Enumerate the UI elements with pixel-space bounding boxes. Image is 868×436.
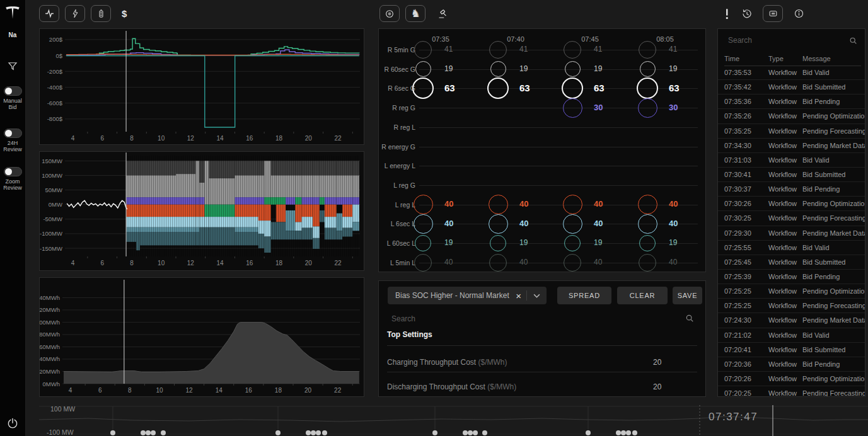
bid-circle-l-5min-l[interactable] xyxy=(414,254,432,272)
bid-circle-l-6sec-l[interactable] xyxy=(563,214,582,234)
bid-circle-l-6sec-l[interactable] xyxy=(489,214,508,234)
svg-text:-200$: -200$ xyxy=(47,68,63,75)
bid-circle-l-5min-l[interactable] xyxy=(639,254,656,272)
bid-circle-l-60sec-l[interactable] xyxy=(564,235,581,251)
bid-circle-l-60sec-l[interactable] xyxy=(490,235,506,251)
bid-circle-r-60sec-g[interactable] xyxy=(640,61,656,77)
tesla-logo-icon[interactable] xyxy=(0,4,25,20)
bid-circle-r-5min-g[interactable] xyxy=(414,41,432,59)
power-icon[interactable] xyxy=(0,417,25,430)
bid-circle-r-reg-g[interactable] xyxy=(563,98,582,118)
log-row[interactable]: 07:34:30WorkflowPending Market Data xyxy=(718,139,865,153)
clear-button[interactable]: CLEAR xyxy=(617,287,668,304)
bid-value: 41 xyxy=(594,45,622,54)
bid-circle-l-reg-l[interactable] xyxy=(563,195,582,214)
log-row[interactable]: 07:30:26WorkflowPending Optimization xyxy=(718,197,865,211)
strategy-button[interactable]: ♞ xyxy=(405,5,425,22)
bid-circle-l-60sec-l[interactable] xyxy=(415,235,431,251)
bid-value: 19 xyxy=(669,238,697,247)
bid-circle-r-5min-g[interactable] xyxy=(639,41,656,59)
log-row[interactable]: 07:30:37WorkflowBid Pending xyxy=(718,182,865,197)
log-row[interactable]: 07:30:25WorkflowPending Forecasting xyxy=(718,211,865,226)
setting-value[interactable]: 20 xyxy=(653,382,661,391)
log-row[interactable]: 07:20:41WorkflowBid Submitted xyxy=(718,343,865,357)
log-cell: Workflow xyxy=(768,200,802,207)
svg-text:-800$: -800$ xyxy=(47,115,63,122)
chevron-down-icon[interactable] xyxy=(527,294,547,298)
history-icon[interactable] xyxy=(740,6,754,21)
log-row[interactable]: 07:29:30WorkflowPending Market Data xyxy=(718,226,865,241)
bid-circle-r-5min-g[interactable] xyxy=(564,41,581,59)
info-icon[interactable] xyxy=(792,6,806,21)
svg-text:10: 10 xyxy=(158,135,165,142)
log-row[interactable]: 07:25:45WorkflowBid Submitted xyxy=(718,255,865,270)
log-row[interactable]: 07:35:36WorkflowBid Pending xyxy=(718,95,865,109)
setting-row[interactable]: Discharging Throughput Cost ($/MWh) 20 xyxy=(387,378,697,396)
log-row[interactable]: 07:30:41WorkflowBid Submitted xyxy=(718,168,865,182)
event-dot xyxy=(151,430,156,435)
dollar-icon[interactable]: $ xyxy=(122,8,127,19)
zoom-review-toggle[interactable] xyxy=(4,167,22,176)
save-button[interactable]: SAVE xyxy=(673,287,702,304)
svg-text:20: 20 xyxy=(304,387,312,394)
log-row[interactable]: 07:35:53WorkflowBid Valid xyxy=(718,66,865,80)
setting-row[interactable]: Charging Throughput Cost ($/MWh) 20 xyxy=(387,353,697,371)
log-row[interactable]: 07:25:25WorkflowPending Optimization xyxy=(718,284,865,299)
bid-circle-l-5min-l[interactable] xyxy=(564,254,581,272)
bid-circle-l-reg-l[interactable] xyxy=(638,195,657,214)
filter-icon[interactable] xyxy=(0,60,25,72)
battery-button[interactable] xyxy=(91,5,111,22)
bid-circle-r-reg-g[interactable] xyxy=(638,98,657,118)
svg-text:-150MW: -150MW xyxy=(40,245,62,252)
gavel-icon[interactable] xyxy=(436,6,450,21)
bid-circle-l-6sec-l[interactable] xyxy=(414,214,433,234)
bid-circle-r-60sec-g[interactable] xyxy=(490,61,506,77)
record-button[interactable] xyxy=(379,5,400,22)
bid-circle-l-60sec-l[interactable] xyxy=(639,235,656,251)
log-row[interactable]: 07:25:39WorkflowBid Pending xyxy=(718,270,865,284)
bid-circle-l-reg-l[interactable] xyxy=(489,195,508,214)
log-row[interactable]: 07:21:02WorkflowBid Valid xyxy=(718,328,865,343)
preset-select[interactable]: Bias SOC Higher - Normal Market × xyxy=(388,287,547,304)
bid-circle-l-5min-l[interactable] xyxy=(489,254,507,272)
alert-icon[interactable] xyxy=(722,6,731,21)
24h-review-toggle[interactable] xyxy=(4,129,22,138)
log-row[interactable]: 07:35:25WorkflowPending Forecasting xyxy=(718,124,865,139)
log-row[interactable]: 07:20:36WorkflowBid Pending xyxy=(718,357,865,372)
bid-circle-r-6sec-g[interactable] xyxy=(412,77,434,99)
log-row[interactable]: 07:35:26WorkflowPending Optimization xyxy=(718,109,865,123)
log-row[interactable]: 07:31:03WorkflowBid Valid xyxy=(718,153,865,168)
bid-circle-r-5min-g[interactable] xyxy=(489,41,507,59)
bid-circle-r-6sec-g[interactable] xyxy=(637,77,658,99)
log-row[interactable]: 07:20:25WorkflowPending Forecasting xyxy=(718,386,865,396)
bid-circle-r-60sec-g[interactable] xyxy=(415,61,431,77)
svg-text:50MW: 50MW xyxy=(45,186,62,193)
svg-text:4: 4 xyxy=(71,260,75,267)
clock: 07:37:47 xyxy=(709,411,758,423)
card-button[interactable] xyxy=(763,5,783,22)
bid-circle-r-60sec-g[interactable] xyxy=(565,61,581,77)
clear-preset-icon[interactable]: × xyxy=(511,290,526,301)
bolt-button[interactable] xyxy=(65,5,85,22)
settings-search-input[interactable] xyxy=(390,314,678,324)
bid-circle-l-6sec-l[interactable] xyxy=(638,214,657,234)
manual-bid-toggle[interactable] xyxy=(4,86,22,96)
log-search-input[interactable] xyxy=(727,35,849,45)
setting-value[interactable]: 20 xyxy=(653,358,661,367)
log-row[interactable]: 07:35:42WorkflowBid Submitted xyxy=(718,80,865,95)
log-row[interactable]: 07:25:25WorkflowPending Forecasting xyxy=(718,299,865,313)
activity-button[interactable] xyxy=(39,5,59,22)
log-row[interactable]: 07:24:30WorkflowPending Market Data xyxy=(718,313,865,328)
bid-value: 40 xyxy=(519,219,547,228)
spread-button[interactable]: SPREAD xyxy=(557,287,611,304)
svg-text:20MWh: 20MWh xyxy=(40,368,60,375)
bid-circle-l-reg-l[interactable] xyxy=(414,195,433,214)
knight-icon: ♞ xyxy=(410,8,420,19)
bid-circle-r-6sec-g[interactable] xyxy=(487,77,509,99)
zoom-review-label: Zoom Review xyxy=(0,178,25,191)
bid-circle-r-6sec-g[interactable] xyxy=(562,77,583,99)
log-row[interactable]: 07:20:26WorkflowPending Optimization xyxy=(718,372,865,386)
log-cell: Workflow xyxy=(768,185,802,193)
log-row[interactable]: 07:25:55WorkflowBid Valid xyxy=(718,241,865,255)
log-cell: Pending Market Data xyxy=(802,229,865,237)
